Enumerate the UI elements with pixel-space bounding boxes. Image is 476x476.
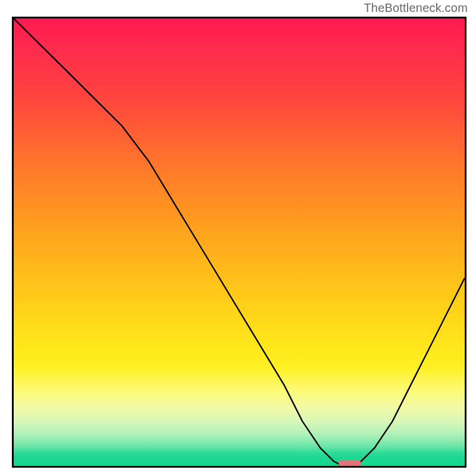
- chart-line-curve: [14, 18, 465, 466]
- bottleneck-curve-path: [14, 18, 465, 466]
- watermark-text: TheBottleneck.com: [364, 1, 468, 15]
- chart-plot-area: [12, 17, 466, 468]
- optimal-range-marker: [339, 460, 361, 467]
